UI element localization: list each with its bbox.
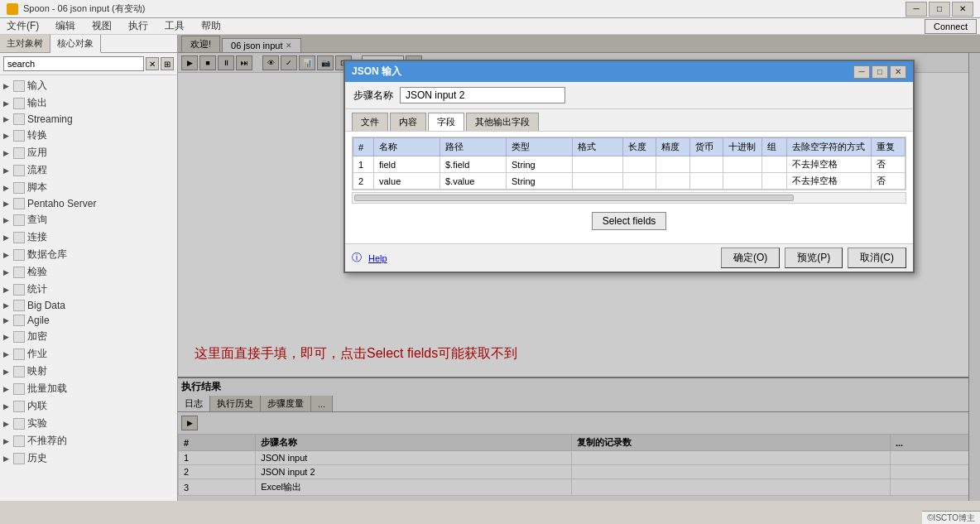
cell-type[interactable]: String	[507, 173, 573, 190]
dialog-close-button[interactable]: ✕	[890, 65, 906, 79]
dialog-tab-file[interactable]: 文件	[352, 113, 388, 131]
sidebar-item-apply[interactable]: ▶ 应用	[2, 144, 175, 161]
sidebar-item-bigdata[interactable]: ▶ Big Data	[2, 298, 175, 313]
col-header-name: 名称	[374, 138, 440, 156]
menu-edit[interactable]: 编辑	[52, 18, 79, 34]
menu-tools[interactable]: 工具	[161, 18, 188, 34]
cell-repeat[interactable]: 否	[872, 173, 906, 190]
cell-group[interactable]	[761, 173, 786, 190]
col-header-path: 路径	[440, 138, 507, 156]
tree-label: 加密	[27, 329, 47, 344]
connect-button[interactable]: Connect	[925, 19, 977, 34]
arrow-icon: ▶	[3, 184, 13, 192]
sidebar-item-query[interactable]: ▶ 查询	[2, 211, 175, 228]
cell-precision[interactable]	[656, 173, 690, 190]
folder-icon	[13, 366, 25, 377]
sidebar: 主对象树 核心对象 ✕ ⊞ ▶ 输入 ▶ 输出 ▶ Streaming	[0, 35, 178, 501]
sidebar-item-history[interactable]: ▶ 历史	[2, 449, 175, 467]
cell-length[interactable]	[622, 156, 656, 173]
sidebar-item-inline[interactable]: ▶ 内联	[2, 397, 175, 415]
cell-trim[interactable]: 不去掉空格	[787, 173, 872, 190]
sidebar-item-job[interactable]: ▶ 作业	[2, 345, 175, 363]
arrow-icon: ▶	[3, 268, 13, 276]
dialog-minimize-button[interactable]: ─	[853, 65, 870, 79]
folder-icon	[13, 453, 25, 464]
cell-trim[interactable]: 不去掉空格	[787, 156, 872, 173]
arrow-icon: ▶	[3, 437, 13, 445]
sidebar-item-validate[interactable]: ▶ 检验	[2, 263, 175, 281]
search-clear-button[interactable]: ✕	[146, 57, 159, 70]
cell-decimal[interactable]	[723, 173, 762, 190]
cell-name[interactable]: field	[374, 156, 440, 173]
menu-help[interactable]: 帮助	[198, 18, 224, 34]
sidebar-item-mapping[interactable]: ▶ 映射	[2, 363, 175, 380]
fields-row-1[interactable]: 1 field $.field String 不去掉空格	[353, 156, 906, 173]
cell-name[interactable]: value	[374, 173, 440, 190]
sidebar-item-encrypt[interactable]: ▶ 加密	[2, 328, 175, 345]
sidebar-item-experiment[interactable]: ▶ 实验	[2, 415, 175, 432]
sidebar-item-bulk-load[interactable]: ▶ 批量加载	[2, 380, 175, 397]
cell-length[interactable]	[622, 173, 656, 190]
menu-run[interactable]: 执行	[125, 18, 151, 34]
sidebar-item-output[interactable]: ▶ 输出	[2, 94, 175, 112]
cancel-button[interactable]: 取消(C)	[848, 248, 906, 268]
sidebar-tree: ▶ 输入 ▶ 输出 ▶ Streaming ▶ 转换 ▶	[0, 75, 177, 501]
sidebar-item-warehouse[interactable]: ▶ 数据仓库	[2, 246, 175, 263]
dialog-action-buttons: 确定(O) 预览(P) 取消(C)	[721, 248, 906, 268]
cell-format[interactable]	[573, 156, 623, 173]
cell-format[interactable]	[573, 173, 623, 190]
col-header-format: 格式	[573, 138, 623, 156]
cell-type[interactable]: String	[507, 156, 573, 173]
sidebar-item-stats[interactable]: ▶ 统计	[2, 281, 175, 298]
arrow-icon: ▶	[3, 251, 13, 259]
fields-row-2[interactable]: 2 value $.value String 不去掉空格	[353, 173, 906, 190]
preview-button[interactable]: 预览(P)	[785, 248, 843, 268]
search-bar: ✕ ⊞	[0, 53, 177, 75]
dialog-tab-content[interactable]: 内容	[390, 113, 426, 131]
sidebar-item-flow[interactable]: ▶ 流程	[2, 161, 175, 179]
sidebar-tab-core-objects[interactable]: 核心对象	[50, 35, 101, 53]
sidebar-tab-main-tree[interactable]: 主对象树	[0, 35, 50, 52]
dialog-tab-fields[interactable]: 字段	[428, 113, 464, 131]
sidebar-item-streaming[interactable]: ▶ Streaming	[2, 112, 175, 127]
sidebar-item-transform[interactable]: ▶ 转换	[2, 127, 175, 144]
menu-file[interactable]: 文件(F)	[3, 18, 42, 34]
sidebar-item-script[interactable]: ▶ 脚本	[2, 179, 175, 196]
select-fields-button[interactable]: Select fields	[592, 212, 667, 230]
cell-precision[interactable]	[656, 156, 690, 173]
maximize-button[interactable]: □	[929, 2, 950, 17]
help-icon[interactable]: ⓘ	[352, 251, 362, 265]
tree-label: 实验	[27, 416, 47, 430]
dialog-tab-other-output[interactable]: 其他输出字段	[466, 113, 539, 131]
sidebar-item-agile[interactable]: ▶ Agile	[2, 313, 175, 328]
cell-decimal[interactable]	[723, 156, 762, 173]
search-expand-button[interactable]: ⊞	[161, 57, 174, 70]
arrow-icon: ▶	[3, 301, 13, 310]
cell-currency[interactable]	[689, 173, 723, 190]
tree-label: 检验	[27, 265, 47, 279]
cell-currency[interactable]	[689, 156, 723, 173]
arrow-icon: ▶	[3, 286, 13, 294]
close-button[interactable]: ✕	[952, 2, 973, 17]
menu-view[interactable]: 视图	[89, 18, 115, 34]
cell-path[interactable]: $.field	[440, 156, 507, 173]
step-name-input[interactable]	[400, 87, 565, 103]
cell-path[interactable]: $.value	[440, 173, 507, 190]
help-link[interactable]: Help	[365, 253, 391, 263]
sidebar-item-connect[interactable]: ▶ 连接	[2, 228, 175, 246]
sidebar-item-deprecated[interactable]: ▶ 不推荐的	[2, 432, 175, 449]
horizontal-scrollbar[interactable]	[352, 192, 906, 204]
main-layout: 主对象树 核心对象 ✕ ⊞ ▶ 输入 ▶ 输出 ▶ Streaming	[0, 35, 980, 501]
dialog-maximize-button[interactable]: □	[872, 65, 888, 79]
sidebar-item-input[interactable]: ▶ 输入	[2, 77, 175, 94]
minimize-button[interactable]: ─	[906, 2, 927, 17]
cell-group[interactable]	[761, 156, 786, 173]
dialog-title-controls: ─ □ ✕	[853, 65, 906, 79]
folder-icon	[13, 284, 25, 296]
search-input[interactable]	[3, 56, 144, 71]
sidebar-item-pentaho[interactable]: ▶ Pentaho Server	[2, 196, 175, 211]
col-header-repeat: 重复	[872, 138, 906, 156]
ok-button[interactable]: 确定(O)	[721, 248, 780, 268]
arrow-icon: ▶	[3, 132, 13, 140]
cell-repeat[interactable]: 否	[872, 156, 906, 173]
